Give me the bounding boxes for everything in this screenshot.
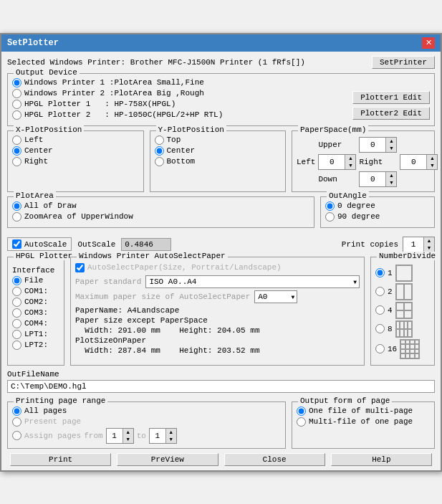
plotarea-zoom[interactable]: ZoomArea of UpperWindow (12, 212, 309, 222)
windows-auto-group: Windows Printer AutoSelectPaper AutoSele… (70, 257, 365, 366)
hpgl-com3[interactable]: COM3: (12, 308, 59, 318)
ps-right-up[interactable]: ▲ (427, 155, 437, 162)
yplot-center[interactable]: Center (155, 146, 282, 156)
ps-right-input[interactable] (400, 157, 426, 167)
output-device-hpgl2[interactable]: HPGL Plotter 2 : HP-1050C(HPGL/2+HP RTL) (12, 110, 223, 120)
range-to-spin[interactable]: ▲ ▼ (149, 428, 177, 444)
ps-left-down[interactable]: ▼ (345, 162, 355, 169)
range-from-spin[interactable]: ▲ ▼ (106, 428, 134, 444)
close-button[interactable]: Close (224, 453, 325, 466)
nd-1[interactable]: 1 (375, 265, 430, 282)
windows-auto-title: Windows Printer AutoSelectPaper (77, 252, 228, 260)
print-copies-spin[interactable]: ▲ ▼ (403, 237, 435, 252)
ps-upper-down[interactable]: ▼ (386, 145, 396, 152)
output-device-label: Output Device (14, 68, 80, 77)
outfilename-group: OutFileName (7, 370, 435, 397)
auto-select-checkbox[interactable] (75, 263, 85, 272)
ps-right-down[interactable]: ▼ (427, 162, 437, 169)
xplot-left[interactable]: Left (12, 135, 139, 145)
help-button[interactable]: Help (331, 453, 432, 466)
ps-down-down[interactable]: ▼ (386, 179, 396, 186)
paper-standard-select[interactable]: ISO A0..A4 (145, 275, 360, 288)
print-button[interactable]: Print (10, 453, 111, 466)
hpgl-lpt1[interactable]: LPT1: (12, 330, 59, 339)
nd-2[interactable]: 2 (375, 283, 430, 300)
range-from-up[interactable]: ▲ (123, 429, 133, 436)
close-window-button[interactable]: ✕ (422, 37, 435, 49)
form-one-multi[interactable]: One file of multi-page (297, 406, 430, 416)
plotter1-edit-button[interactable]: Plotter1 Edit (352, 91, 430, 104)
output-form-label: Output form of page (298, 396, 392, 405)
outscale-input[interactable] (121, 238, 171, 251)
print-copies-group: Print copies ▲ ▼ (342, 237, 435, 252)
autoscale-checkbox[interactable] (12, 239, 21, 249)
paper-size-dims: Width: 291.00 mm Height: 204.05 mm (75, 326, 360, 335)
ps-down-input[interactable] (360, 174, 385, 184)
ps-down-label: Down (318, 175, 356, 184)
nd-16[interactable]: 16 (375, 339, 430, 359)
auto-select-checkbox-group[interactable]: AutoSelectPaper(Size, Portrait/Landscape… (75, 263, 360, 272)
hpgl-com1[interactable]: COM1: (12, 287, 59, 296)
range-to-down[interactable]: ▼ (166, 436, 176, 443)
outscale-label: OutScale (77, 240, 115, 249)
max-paper-select-wrapper[interactable]: A0 (254, 290, 297, 303)
outfilename-input[interactable] (7, 380, 435, 393)
max-paper-select[interactable]: A0 (254, 290, 297, 303)
numdivide-label: NumberDivide (377, 252, 438, 260)
plot-outangle-row: PlotArea All of Draw ZoomArea of UpperWi… (7, 196, 435, 232)
print-copies-input[interactable] (403, 239, 423, 249)
xplot-group: X-PlotPosition Left Center Right (7, 130, 144, 192)
autoscale-checkbox-group[interactable]: AutoScale (7, 237, 72, 251)
outangle-0[interactable]: 0 degree (325, 201, 430, 211)
ps-upper-label: Upper (318, 141, 356, 149)
preview-button[interactable]: PreView (117, 453, 218, 466)
range-assign[interactable]: Assign pages from ▲ ▼ to ▲ (12, 428, 281, 444)
range-to-up[interactable]: ▲ (166, 429, 176, 436)
ps-down-spin[interactable]: ▲ ▼ (359, 171, 397, 187)
form-multi-one[interactable]: Multi-file of one page (297, 417, 430, 427)
range-present[interactable]: Present page (12, 417, 281, 427)
hpgl-com4[interactable]: COM4: (12, 319, 59, 328)
ps-upper-input[interactable] (360, 140, 385, 150)
yplot-top[interactable]: Top (155, 135, 282, 145)
ps-upper-spin[interactable]: ▲ ▼ (359, 137, 397, 153)
range-to-input[interactable] (150, 431, 165, 441)
xplot-center[interactable]: Center (12, 146, 139, 156)
ps-right-spin[interactable]: ▲ ▼ (400, 154, 438, 170)
ps-upper-up[interactable]: ▲ (386, 138, 396, 145)
main-window: SetPlotter ✕ Selected Windows Printer: B… (0, 33, 442, 472)
nd-8[interactable]: 8 (375, 320, 430, 338)
hpgl-file[interactable]: File (12, 276, 59, 285)
paper-name-line: PaperName: A4Landscape (75, 306, 360, 315)
ps-left-input[interactable] (319, 157, 345, 167)
plotarea-label: PlotArea (14, 191, 56, 200)
copies-up[interactable]: ▲ (424, 237, 434, 244)
range-from-down[interactable]: ▼ (123, 436, 133, 443)
output-device-wp2[interactable]: Windows Printer 2 :PlotArea Big ,Rough (12, 89, 223, 98)
ps-down-up[interactable]: ▲ (386, 172, 396, 179)
paperspace-group: PaperSpace(mm) Upper ▲ ▼ Left (292, 130, 435, 192)
print-copies-label: Print copies (342, 240, 398, 249)
auto-select-label: AutoSelectPaper(Size, Portrait/Landscape… (87, 263, 282, 272)
hpgl-com2[interactable]: COM2: (12, 298, 59, 307)
range-from-input[interactable] (107, 431, 122, 441)
nd-4[interactable]: 4 (375, 302, 430, 319)
yplot-bottom[interactable]: Bottom (155, 157, 282, 166)
plotter2-edit-button[interactable]: Plotter2 Edit (352, 107, 430, 120)
output-device-wp1[interactable]: Windows Printer 1 :PlotArea Small,Fine (12, 78, 223, 87)
outangle-90[interactable]: 90 degree (325, 212, 430, 222)
set-printer-button[interactable]: SetPrinter (372, 56, 435, 69)
xplot-right[interactable]: Right (12, 157, 139, 166)
hpgl-windows-row: HPGL Plotter Interface File COM1: COM2: … (7, 257, 435, 366)
plotarea-all[interactable]: All of Draw (12, 201, 309, 211)
paper-standard-select-wrapper[interactable]: ISO A0..A4 (145, 275, 360, 288)
paperspace-label: PaperSpace(mm) (298, 125, 368, 134)
ps-left-spin[interactable]: ▲ ▼ (318, 154, 356, 170)
ps-left-up[interactable]: ▲ (345, 155, 355, 162)
copies-down[interactable]: ▼ (424, 244, 434, 252)
top-bar: Selected Windows Printer: Brother MFC-J1… (7, 56, 435, 69)
output-device-hpgl1[interactable]: HPGL Plotter 1 : HP-758X(HPGL) (12, 100, 223, 109)
range-all[interactable]: All pages (12, 406, 281, 416)
hpgl-lpt2[interactable]: LPT2: (12, 341, 59, 350)
outfilename-label: OutFileName (7, 370, 435, 379)
